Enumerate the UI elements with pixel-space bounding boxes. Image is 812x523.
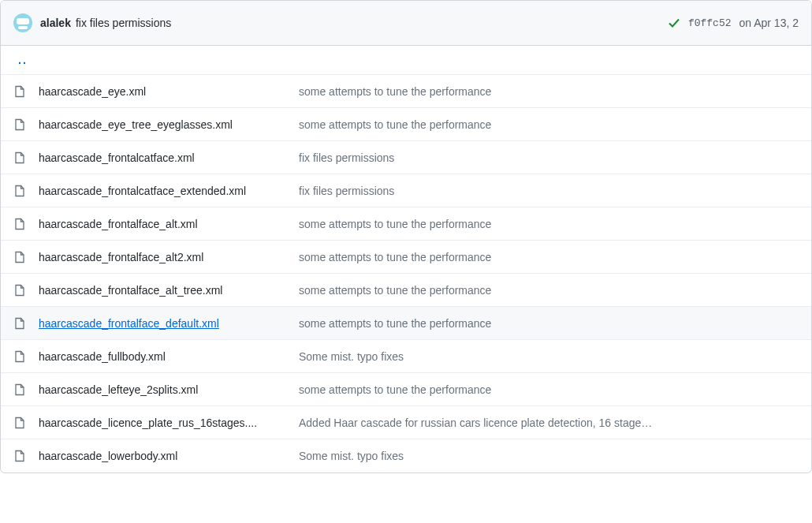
file-name-link[interactable]: haarcascade_eye.xml <box>39 85 299 98</box>
file-name-link[interactable]: haarcascade_eye_tree_eyeglasses.xml <box>39 118 299 131</box>
file-name-link[interactable]: haarcascade_frontalface_alt.xml <box>39 218 299 230</box>
file-name-link[interactable]: haarcascade_fullbody.xml <box>39 350 299 363</box>
file-name-link[interactable]: haarcascade_frontalface_alt_tree.xml <box>39 284 299 297</box>
file-icon <box>13 284 26 297</box>
file-commit-message[interactable]: some attempts to tune the performance <box>299 383 799 396</box>
file-commit-message[interactable]: some attempts to tune the performance <box>299 85 799 98</box>
file-icon <box>13 383 26 396</box>
file-icon <box>13 450 26 462</box>
file-name-link[interactable]: haarcascade_lefteye_2splits.xml <box>39 383 299 396</box>
commit-meta: f0ffc52 on Apr 13, 2 <box>668 17 799 29</box>
file-icon <box>13 151 26 164</box>
file-row[interactable]: haarcascade_licence_plate_rus_16stages..… <box>1 406 811 439</box>
file-row[interactable]: haarcascade_frontalface_default.xmlsome … <box>1 307 811 340</box>
file-row[interactable]: haarcascade_eye.xmlsome attempts to tune… <box>1 75 811 108</box>
file-icon <box>13 417 26 429</box>
file-row[interactable]: haarcascade_frontalcatface.xmlfix files … <box>1 141 811 174</box>
file-row[interactable]: haarcascade_frontalcatface_extended.xmlf… <box>1 174 811 207</box>
commit-hash[interactable]: f0ffc52 <box>688 17 732 29</box>
commit-header: alalek fix files permissions f0ffc52 on … <box>1 1 811 46</box>
file-commit-message[interactable]: fix files permissions <box>299 151 799 164</box>
file-row[interactable]: haarcascade_fullbody.xmlSome mist. typo … <box>1 340 811 373</box>
file-icon <box>13 218 26 230</box>
file-row[interactable]: haarcascade_eye_tree_eyeglasses.xmlsome … <box>1 108 811 141</box>
avatar[interactable] <box>13 13 32 32</box>
commit-date: on Apr 13, 2 <box>739 17 799 29</box>
file-name-link[interactable]: haarcascade_frontalcatface.xml <box>39 151 299 164</box>
file-name-link[interactable]: haarcascade_licence_plate_rus_16stages..… <box>39 417 299 429</box>
file-icon <box>13 251 26 263</box>
file-name-link[interactable]: haarcascade_frontalface_alt2.xml <box>39 251 299 263</box>
file-icon <box>13 350 26 363</box>
check-icon[interactable] <box>668 17 680 29</box>
file-icon <box>13 118 26 131</box>
file-commit-message[interactable]: some attempts to tune the performance <box>299 218 799 230</box>
file-commit-message[interactable]: some attempts to tune the performance <box>299 317 799 330</box>
file-icon <box>13 317 26 330</box>
file-commit-message[interactable]: some attempts to tune the performance <box>299 251 799 263</box>
file-icon <box>13 85 26 98</box>
commit-author[interactable]: alalek <box>40 17 71 29</box>
file-commit-message[interactable]: some attempts to tune the performance <box>299 118 799 131</box>
file-name-link[interactable]: haarcascade_frontalface_default.xml <box>39 317 299 330</box>
file-commit-message[interactable]: Some mist. typo fixes <box>299 350 799 363</box>
file-rows: haarcascade_eye.xmlsome attempts to tune… <box>1 75 811 473</box>
file-row[interactable]: haarcascade_frontalface_alt2.xmlsome att… <box>1 241 811 274</box>
file-icon <box>13 185 26 197</box>
file-name-link[interactable]: haarcascade_frontalcatface_extended.xml <box>39 185 299 197</box>
file-commit-message[interactable]: Added Haar cascade for russian cars lice… <box>299 417 799 429</box>
file-commit-message[interactable]: fix files permissions <box>299 185 799 197</box>
file-listing-container: alalek fix files permissions f0ffc52 on … <box>0 0 812 473</box>
parent-directory-row[interactable]: .. <box>1 46 811 75</box>
file-name-link[interactable]: haarcascade_lowerbody.xml <box>39 450 299 462</box>
commit-message[interactable]: fix files permissions <box>76 17 171 29</box>
file-commit-message[interactable]: some attempts to tune the performance <box>299 284 799 297</box>
file-row[interactable]: haarcascade_frontalface_alt.xmlsome atte… <box>1 207 811 241</box>
file-row[interactable]: haarcascade_lowerbody.xmlSome mist. typo… <box>1 439 811 473</box>
parent-directory-link[interactable]: .. <box>13 54 28 66</box>
file-row[interactable]: haarcascade_lefteye_2splits.xmlsome atte… <box>1 373 811 406</box>
file-row[interactable]: haarcascade_frontalface_alt_tree.xmlsome… <box>1 274 811 307</box>
file-commit-message[interactable]: Some mist. typo fixes <box>299 450 799 462</box>
